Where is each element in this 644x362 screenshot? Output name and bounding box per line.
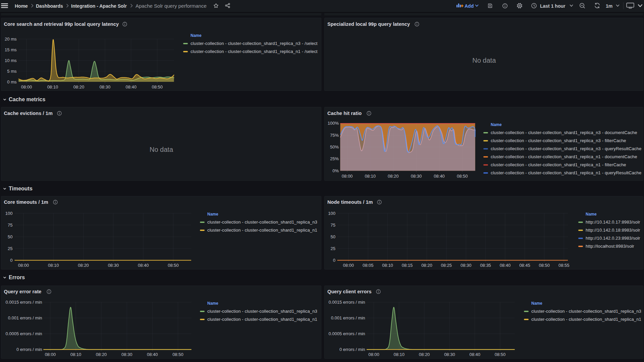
svg-text:08:10: 08:10 bbox=[382, 263, 393, 268]
svg-text:20 ms: 20 ms bbox=[5, 37, 17, 42]
svg-text:15 ms: 15 ms bbox=[5, 47, 17, 52]
svg-text:08:05: 08:05 bbox=[363, 263, 374, 268]
svg-text:0 errors / min: 0 errors / min bbox=[16, 347, 42, 352]
svg-text:08:30: 08:30 bbox=[99, 84, 110, 89]
svg-text:0.001 errors / min: 0.001 errors / min bbox=[8, 315, 42, 320]
svg-text:5 ms: 5 ms bbox=[7, 69, 17, 74]
svg-text:0.0015 errors / min: 0.0015 errors / min bbox=[5, 300, 42, 305]
svg-text:08:00: 08:00 bbox=[18, 263, 29, 268]
svg-text:08:30: 08:30 bbox=[461, 263, 472, 268]
svg-text:25: 25 bbox=[331, 246, 335, 251]
svg-text:08:40: 08:40 bbox=[125, 84, 137, 89]
svg-text:50%: 50% bbox=[330, 144, 339, 149]
svg-text:0 ms: 0 ms bbox=[7, 79, 17, 84]
svg-text:08:50: 08:50 bbox=[539, 263, 550, 268]
svg-text:08:20: 08:20 bbox=[96, 352, 107, 357]
svg-text:08:30: 08:30 bbox=[411, 174, 422, 179]
svg-text:08:30: 08:30 bbox=[121, 352, 132, 357]
svg-text:08:00: 08:00 bbox=[45, 352, 56, 357]
svg-text:08:10: 08:10 bbox=[394, 352, 405, 357]
svg-text:08:45: 08:45 bbox=[519, 263, 530, 268]
svg-text:08:55: 08:55 bbox=[558, 263, 570, 268]
svg-text:50: 50 bbox=[331, 234, 335, 239]
svg-text:08:50: 08:50 bbox=[172, 352, 183, 357]
svg-text:08:15: 08:15 bbox=[402, 263, 413, 268]
svg-text:08:35: 08:35 bbox=[480, 263, 491, 268]
svg-text:08:10: 08:10 bbox=[365, 174, 376, 179]
svg-text:08:50: 08:50 bbox=[152, 84, 163, 89]
svg-text:75: 75 bbox=[331, 222, 335, 227]
svg-text:08:40: 08:40 bbox=[469, 352, 480, 357]
svg-text:50: 50 bbox=[8, 234, 12, 239]
svg-text:08:40: 08:40 bbox=[434, 174, 445, 179]
svg-text:100%: 100% bbox=[328, 121, 339, 126]
svg-text:25%: 25% bbox=[330, 156, 339, 161]
svg-text:0 errors / min: 0 errors / min bbox=[339, 347, 365, 352]
svg-text:08:00: 08:00 bbox=[21, 84, 32, 89]
svg-text:08:00: 08:00 bbox=[342, 174, 353, 179]
svg-text:100: 100 bbox=[5, 210, 12, 216]
svg-text:08:20: 08:20 bbox=[388, 174, 399, 179]
svg-text:75%: 75% bbox=[330, 133, 339, 138]
svg-text:08:50: 08:50 bbox=[168, 263, 179, 268]
svg-text:0.0005 errors / min: 0.0005 errors / min bbox=[328, 331, 365, 336]
svg-text:08:20: 08:20 bbox=[73, 84, 84, 89]
svg-text:08:50: 08:50 bbox=[495, 352, 506, 357]
svg-text:0.0015 errors / min: 0.0015 errors / min bbox=[328, 300, 365, 305]
svg-text:0.001 errors / min: 0.001 errors / min bbox=[331, 315, 365, 320]
svg-text:0: 0 bbox=[333, 258, 335, 263]
svg-text:08:30: 08:30 bbox=[108, 263, 119, 268]
svg-text:08:00: 08:00 bbox=[343, 263, 354, 268]
svg-text:08:20: 08:20 bbox=[421, 263, 432, 268]
svg-text:75: 75 bbox=[8, 222, 12, 227]
svg-text:08:10: 08:10 bbox=[70, 352, 81, 357]
svg-text:0%: 0% bbox=[332, 168, 339, 173]
svg-text:08:40: 08:40 bbox=[500, 263, 511, 268]
svg-text:0.0005 errors / min: 0.0005 errors / min bbox=[5, 331, 42, 336]
svg-text:10 ms: 10 ms bbox=[5, 58, 17, 63]
svg-text:100: 100 bbox=[328, 210, 335, 216]
svg-text:08:20: 08:20 bbox=[78, 263, 89, 268]
svg-text:08:25: 08:25 bbox=[441, 263, 452, 268]
svg-text:08:30: 08:30 bbox=[444, 352, 455, 357]
svg-text:0: 0 bbox=[10, 258, 12, 263]
svg-text:25: 25 bbox=[8, 246, 12, 251]
svg-text:08:10: 08:10 bbox=[48, 263, 59, 268]
svg-text:08:00: 08:00 bbox=[368, 352, 379, 357]
svg-text:08:20: 08:20 bbox=[419, 352, 430, 357]
svg-text:08:40: 08:40 bbox=[147, 352, 158, 357]
svg-text:08:10: 08:10 bbox=[47, 84, 58, 89]
svg-text:08:50: 08:50 bbox=[457, 174, 468, 179]
svg-text:08:40: 08:40 bbox=[138, 263, 149, 268]
